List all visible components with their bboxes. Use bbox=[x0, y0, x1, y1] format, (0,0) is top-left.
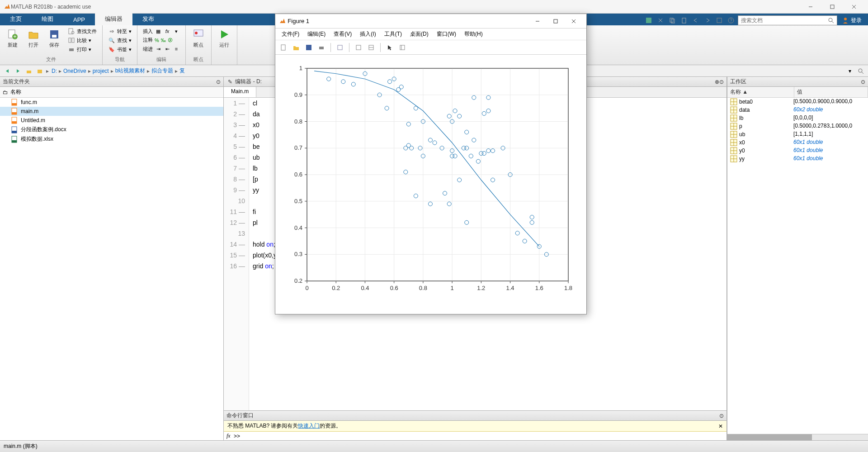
figure-titlebar[interactable]: Figure 1 bbox=[275, 14, 586, 29]
panel-menu-icon[interactable]: ⊙ bbox=[719, 413, 724, 419]
save-icon[interactable] bbox=[644, 15, 654, 25]
tab-apps[interactable]: APP bbox=[63, 14, 95, 25]
fig-open-icon[interactable] bbox=[291, 42, 302, 53]
fig-inspect-icon[interactable] bbox=[397, 42, 408, 53]
tab-plots[interactable]: 绘图 bbox=[32, 13, 63, 25]
workspace-var-row[interactable]: beta0[0.5000,0.9000,0.9000,0 bbox=[727, 98, 868, 106]
svg-text:1: 1 bbox=[450, 285, 453, 291]
print-button[interactable]: 打印 ▾ bbox=[66, 45, 99, 53]
ws-value-header[interactable]: 值 bbox=[794, 87, 868, 97]
file-row[interactable]: 分段函数案例.docx bbox=[0, 125, 223, 134]
figure-menu-item[interactable]: 编辑(E) bbox=[304, 29, 329, 39]
svg-rect-27 bbox=[38, 70, 42, 73]
open-button[interactable]: 打开 bbox=[24, 27, 42, 49]
workspace-var-row[interactable]: y060x1 double bbox=[727, 147, 868, 155]
scrollbar[interactable] bbox=[727, 434, 868, 440]
crumb[interactable]: project bbox=[92, 68, 110, 74]
figure-menu-item[interactable]: 桌面(D) bbox=[406, 29, 432, 39]
goto-button[interactable]: ⇨转至 ▾ bbox=[106, 27, 133, 35]
file-row[interactable]: 模拟数据.xlsx bbox=[0, 134, 223, 144]
help-icon[interactable]: ? bbox=[726, 15, 736, 25]
tab-editor[interactable]: 编辑器 bbox=[95, 13, 132, 25]
search-input[interactable] bbox=[741, 17, 828, 24]
fig-close-button[interactable] bbox=[565, 14, 583, 28]
workspace-var-row[interactable]: lb[0,0,0,0] bbox=[727, 114, 868, 122]
workspace-var-row[interactable]: p[0.5000,0.2783,1.0000,0 bbox=[727, 122, 868, 130]
file-row[interactable]: func.m bbox=[0, 98, 223, 107]
bookmark-button[interactable]: 🔖书签 ▾ bbox=[106, 45, 133, 53]
fig-save-icon[interactable] bbox=[303, 42, 314, 53]
browse-button[interactable] bbox=[35, 67, 44, 76]
fig-print-icon[interactable] bbox=[316, 42, 327, 53]
file-row[interactable]: main.m bbox=[0, 107, 223, 116]
figure-window[interactable]: Figure 1 文件(F)编辑(E)查看(V)插入(I)工具(T)桌面(D)窗… bbox=[275, 14, 587, 314]
figure-menu-item[interactable]: 插入(I) bbox=[356, 29, 379, 39]
workspace-var-row[interactable]: data60x2 double bbox=[727, 106, 868, 114]
panel-menu-icon[interactable]: ⊙ bbox=[216, 79, 221, 85]
compare-button[interactable]: 比较 ▾ bbox=[66, 36, 99, 44]
workspace-var-row[interactable]: yy60x1 double bbox=[727, 155, 868, 163]
back-button[interactable] bbox=[3, 67, 12, 76]
fx-icon[interactable]: fx bbox=[226, 433, 231, 439]
svg-rect-68 bbox=[281, 45, 285, 50]
svg-line-29 bbox=[862, 72, 863, 74]
crumb[interactable]: 复 bbox=[179, 67, 186, 75]
copy-icon[interactable] bbox=[667, 15, 677, 25]
figure-axes[interactable]: 00.20.40.60.811.21.41.61.80.20.30.40.50.… bbox=[275, 55, 586, 314]
minimize-button[interactable] bbox=[800, 0, 821, 13]
comment-button[interactable]: 注释 % ‰ ⦿ bbox=[141, 36, 182, 44]
run-button[interactable]: 运行 bbox=[215, 27, 233, 49]
search-folder-button[interactable] bbox=[856, 67, 865, 76]
figure-menu-item[interactable]: 文件(F) bbox=[278, 29, 303, 39]
fig-data-icon[interactable] bbox=[366, 42, 377, 53]
find-button[interactable]: 🔍查找 ▾ bbox=[106, 36, 133, 44]
fig-rotate-icon[interactable] bbox=[353, 42, 364, 53]
fig-minimize-button[interactable] bbox=[528, 14, 547, 28]
figure-menu-item[interactable]: 窗口(W) bbox=[433, 29, 460, 39]
crumb[interactable]: D: bbox=[51, 68, 58, 74]
up-button[interactable] bbox=[24, 67, 33, 76]
find-files-button[interactable]: 查找文件 bbox=[66, 27, 99, 35]
new-button[interactable]: +新建 bbox=[4, 27, 22, 49]
search-docs[interactable] bbox=[738, 15, 837, 25]
figure-menu-item[interactable]: 查看(V) bbox=[330, 29, 355, 39]
banner-close-icon[interactable]: ✕ bbox=[718, 423, 723, 429]
ws-name-header[interactable]: 名称 ▲ bbox=[727, 87, 794, 97]
undo-icon[interactable] bbox=[691, 15, 701, 25]
insert-button[interactable]: 插入 ▦ fx ▾ bbox=[141, 27, 182, 35]
svg-text:1.4: 1.4 bbox=[506, 285, 514, 291]
file-row[interactable]: Untitled.m bbox=[0, 116, 223, 125]
panel-menu-icon[interactable]: ⊙ bbox=[719, 79, 724, 85]
maximize-button[interactable] bbox=[822, 0, 843, 13]
fig-new-icon[interactable] bbox=[278, 42, 289, 53]
command-input[interactable] bbox=[243, 433, 724, 439]
fig-pointer-icon[interactable] bbox=[384, 42, 395, 53]
forward-button[interactable] bbox=[14, 67, 23, 76]
breakpoints-button[interactable]: 断点 bbox=[189, 27, 208, 49]
figure-menu-item[interactable]: 帮助(H) bbox=[461, 29, 486, 39]
fig-link-icon[interactable] bbox=[335, 42, 345, 53]
indent-button[interactable]: 缩进 ⇥ ⇤ ≡ bbox=[141, 45, 182, 53]
login-button[interactable]: 登录 bbox=[839, 17, 864, 24]
panel-close-icon[interactable]: ⊗ bbox=[715, 79, 719, 85]
fig-maximize-button[interactable] bbox=[547, 14, 565, 28]
figure-menu-item[interactable]: 工具(T) bbox=[381, 29, 406, 39]
crumb[interactable]: 拟合专题 bbox=[151, 67, 174, 75]
editor-tab-main[interactable]: Main.m bbox=[224, 87, 256, 97]
quickstart-link[interactable]: 快速入门 bbox=[298, 422, 320, 430]
cut-icon[interactable] bbox=[656, 15, 665, 25]
redo-icon[interactable] bbox=[703, 15, 712, 25]
tab-publish[interactable]: 发布 bbox=[132, 13, 164, 25]
name-column-header[interactable]: 名称 bbox=[10, 88, 21, 96]
window-icon[interactable] bbox=[714, 15, 724, 25]
workspace-var-row[interactable]: ub[1,1,1,1] bbox=[727, 130, 868, 138]
panel-menu-icon[interactable]: ⊙ bbox=[861, 79, 865, 85]
crumb[interactable]: b站视频素材 bbox=[114, 67, 146, 75]
close-button[interactable] bbox=[844, 0, 864, 13]
save-button[interactable]: 保存 bbox=[45, 27, 63, 49]
paste-icon[interactable] bbox=[679, 15, 689, 25]
crumb[interactable]: OneDrive bbox=[62, 68, 87, 74]
tab-home[interactable]: 主页 bbox=[0, 13, 32, 25]
workspace-var-row[interactable]: x060x1 double bbox=[727, 138, 868, 147]
dropdown-button[interactable]: ▾ bbox=[845, 67, 854, 76]
